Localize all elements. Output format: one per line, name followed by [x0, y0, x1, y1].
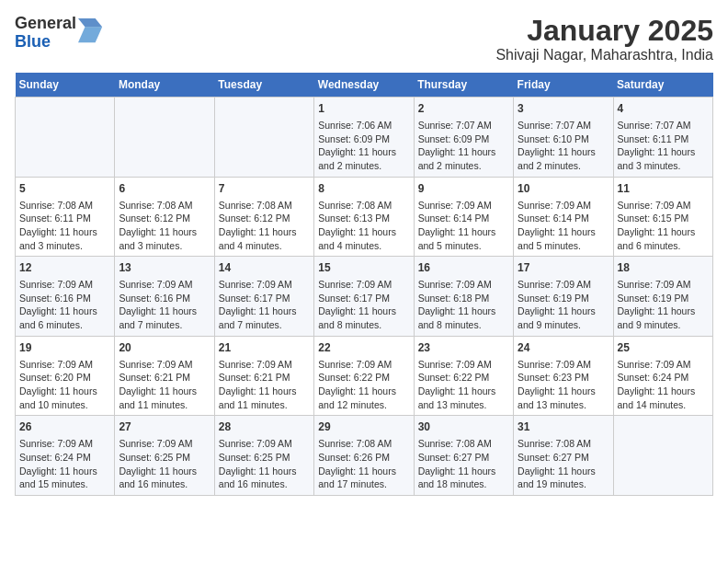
- day-number: 5: [19, 181, 110, 197]
- calendar-cell: 18Sunrise: 7:09 AM Sunset: 6:19 PM Dayli…: [613, 257, 712, 337]
- day-number: 9: [418, 181, 509, 197]
- day-number: 7: [219, 181, 310, 197]
- day-info: Sunrise: 7:09 AM Sunset: 6:16 PM Dayligh…: [19, 278, 110, 332]
- day-number: 23: [418, 340, 509, 356]
- svg-marker-1: [78, 18, 102, 27]
- calendar-cell: 14Sunrise: 7:09 AM Sunset: 6:17 PM Dayli…: [214, 257, 313, 337]
- calendar-week-3: 12Sunrise: 7:09 AM Sunset: 6:16 PM Dayli…: [16, 257, 713, 337]
- day-number: 13: [119, 260, 210, 276]
- day-number: 29: [318, 419, 409, 435]
- calendar-cell: [115, 98, 214, 178]
- logo-general: General: [15, 15, 76, 33]
- calendar-cell: [214, 98, 313, 178]
- day-number: 24: [518, 340, 609, 356]
- day-info: Sunrise: 7:09 AM Sunset: 6:14 PM Dayligh…: [418, 199, 509, 253]
- day-number: 27: [119, 419, 210, 435]
- weekday-header-saturday: Saturday: [613, 73, 712, 98]
- day-number: 8: [318, 181, 409, 197]
- day-info: Sunrise: 7:09 AM Sunset: 6:21 PM Dayligh…: [119, 358, 210, 412]
- day-info: Sunrise: 7:09 AM Sunset: 6:22 PM Dayligh…: [318, 358, 409, 412]
- day-info: Sunrise: 7:08 AM Sunset: 6:13 PM Dayligh…: [318, 199, 409, 253]
- day-number: 2: [418, 101, 509, 117]
- calendar-cell: 16Sunrise: 7:09 AM Sunset: 6:18 PM Dayli…: [414, 257, 513, 337]
- day-info: Sunrise: 7:09 AM Sunset: 6:22 PM Dayligh…: [418, 358, 509, 412]
- day-number: 22: [318, 340, 409, 356]
- day-number: 15: [318, 260, 409, 276]
- weekday-header-monday: Monday: [115, 73, 214, 98]
- calendar-table: SundayMondayTuesdayWednesdayThursdayFrid…: [15, 73, 713, 496]
- calendar-cell: 21Sunrise: 7:09 AM Sunset: 6:21 PM Dayli…: [214, 336, 313, 416]
- calendar-cell: 30Sunrise: 7:08 AM Sunset: 6:27 PM Dayli…: [414, 416, 513, 496]
- day-number: 26: [19, 419, 110, 435]
- calendar-cell: 17Sunrise: 7:09 AM Sunset: 6:19 PM Dayli…: [514, 257, 613, 337]
- calendar-cell: 10Sunrise: 7:09 AM Sunset: 6:14 PM Dayli…: [514, 177, 613, 257]
- calendar-cell: 26Sunrise: 7:09 AM Sunset: 6:24 PM Dayli…: [16, 416, 115, 496]
- calendar-cell: 9Sunrise: 7:09 AM Sunset: 6:14 PM Daylig…: [414, 177, 513, 257]
- day-number: 19: [19, 340, 110, 356]
- day-number: 28: [219, 419, 310, 435]
- day-number: 18: [618, 260, 709, 276]
- weekday-header-friday: Friday: [514, 73, 613, 98]
- day-info: Sunrise: 7:09 AM Sunset: 6:25 PM Dayligh…: [119, 437, 210, 491]
- calendar-week-2: 5Sunrise: 7:08 AM Sunset: 6:11 PM Daylig…: [16, 177, 713, 257]
- day-number: 17: [518, 260, 609, 276]
- calendar-cell: 2Sunrise: 7:07 AM Sunset: 6:09 PM Daylig…: [414, 98, 513, 178]
- calendar-cell: 8Sunrise: 7:08 AM Sunset: 6:13 PM Daylig…: [314, 177, 414, 257]
- logo-blue: Blue: [15, 33, 76, 52]
- logo: General Blue: [15, 15, 104, 52]
- calendar-cell: 7Sunrise: 7:08 AM Sunset: 6:12 PM Daylig…: [214, 177, 313, 257]
- day-info: Sunrise: 7:09 AM Sunset: 6:14 PM Dayligh…: [518, 199, 609, 253]
- calendar-cell: 24Sunrise: 7:09 AM Sunset: 6:23 PM Dayli…: [514, 336, 613, 416]
- day-info: Sunrise: 7:09 AM Sunset: 6:18 PM Dayligh…: [418, 278, 509, 332]
- day-info: Sunrise: 7:09 AM Sunset: 6:20 PM Dayligh…: [19, 358, 110, 412]
- calendar-cell: 27Sunrise: 7:09 AM Sunset: 6:25 PM Dayli…: [115, 416, 214, 496]
- calendar-week-5: 26Sunrise: 7:09 AM Sunset: 6:24 PM Dayli…: [16, 416, 713, 496]
- day-info: Sunrise: 7:07 AM Sunset: 6:10 PM Dayligh…: [518, 119, 609, 173]
- day-info: Sunrise: 7:09 AM Sunset: 6:19 PM Dayligh…: [518, 278, 609, 332]
- day-info: Sunrise: 7:07 AM Sunset: 6:11 PM Dayligh…: [618, 119, 709, 173]
- day-number: 6: [119, 181, 210, 197]
- calendar-cell: 31Sunrise: 7:08 AM Sunset: 6:27 PM Dayli…: [514, 416, 613, 496]
- calendar-cell: [613, 416, 712, 496]
- day-info: Sunrise: 7:09 AM Sunset: 6:21 PM Dayligh…: [219, 358, 310, 412]
- calendar-cell: 22Sunrise: 7:09 AM Sunset: 6:22 PM Dayli…: [314, 336, 414, 416]
- weekday-header-wednesday: Wednesday: [314, 73, 414, 98]
- calendar-week-4: 19Sunrise: 7:09 AM Sunset: 6:20 PM Dayli…: [16, 336, 713, 416]
- day-number: 12: [19, 260, 110, 276]
- day-info: Sunrise: 7:08 AM Sunset: 6:12 PM Dayligh…: [219, 199, 310, 253]
- calendar-cell: [16, 98, 115, 178]
- day-info: Sunrise: 7:09 AM Sunset: 6:16 PM Dayligh…: [119, 278, 210, 332]
- calendar-cell: 23Sunrise: 7:09 AM Sunset: 6:22 PM Dayli…: [414, 336, 513, 416]
- title-block: January 2025 Shivaji Nagar, Maharashtra,…: [495, 15, 713, 63]
- day-info: Sunrise: 7:07 AM Sunset: 6:09 PM Dayligh…: [418, 119, 509, 173]
- calendar-cell: 28Sunrise: 7:09 AM Sunset: 6:25 PM Dayli…: [214, 416, 313, 496]
- day-number: 16: [418, 260, 509, 276]
- weekday-header-thursday: Thursday: [414, 73, 513, 98]
- day-number: 10: [518, 181, 609, 197]
- day-info: Sunrise: 7:08 AM Sunset: 6:26 PM Dayligh…: [318, 437, 409, 491]
- weekday-header-sunday: Sunday: [16, 73, 115, 98]
- calendar-cell: 29Sunrise: 7:08 AM Sunset: 6:26 PM Dayli…: [314, 416, 414, 496]
- day-number: 3: [518, 101, 609, 117]
- day-number: 20: [119, 340, 210, 356]
- calendar-title: January 2025: [495, 15, 713, 47]
- calendar-cell: 19Sunrise: 7:09 AM Sunset: 6:20 PM Dayli…: [16, 336, 115, 416]
- calendar-cell: 13Sunrise: 7:09 AM Sunset: 6:16 PM Dayli…: [115, 257, 214, 337]
- calendar-cell: 20Sunrise: 7:09 AM Sunset: 6:21 PM Dayli…: [115, 336, 214, 416]
- page-header: General Blue January 2025 Shivaji Nagar,…: [15, 15, 713, 63]
- weekday-header-tuesday: Tuesday: [214, 73, 313, 98]
- calendar-cell: 11Sunrise: 7:09 AM Sunset: 6:15 PM Dayli…: [613, 177, 712, 257]
- day-info: Sunrise: 7:09 AM Sunset: 6:17 PM Dayligh…: [318, 278, 409, 332]
- calendar-cell: 15Sunrise: 7:09 AM Sunset: 6:17 PM Dayli…: [314, 257, 414, 337]
- day-number: 25: [618, 340, 709, 356]
- calendar-subtitle: Shivaji Nagar, Maharashtra, India: [495, 47, 713, 63]
- day-info: Sunrise: 7:08 AM Sunset: 6:27 PM Dayligh…: [518, 437, 609, 491]
- day-info: Sunrise: 7:08 AM Sunset: 6:12 PM Dayligh…: [119, 199, 210, 253]
- calendar-week-1: 1Sunrise: 7:06 AM Sunset: 6:09 PM Daylig…: [16, 98, 713, 178]
- calendar-cell: 3Sunrise: 7:07 AM Sunset: 6:10 PM Daylig…: [514, 98, 613, 178]
- day-number: 21: [219, 340, 310, 356]
- day-number: 30: [418, 419, 509, 435]
- weekday-header-row: SundayMondayTuesdayWednesdayThursdayFrid…: [16, 73, 713, 98]
- calendar-cell: 4Sunrise: 7:07 AM Sunset: 6:11 PM Daylig…: [613, 98, 712, 178]
- day-info: Sunrise: 7:09 AM Sunset: 6:24 PM Dayligh…: [618, 358, 709, 412]
